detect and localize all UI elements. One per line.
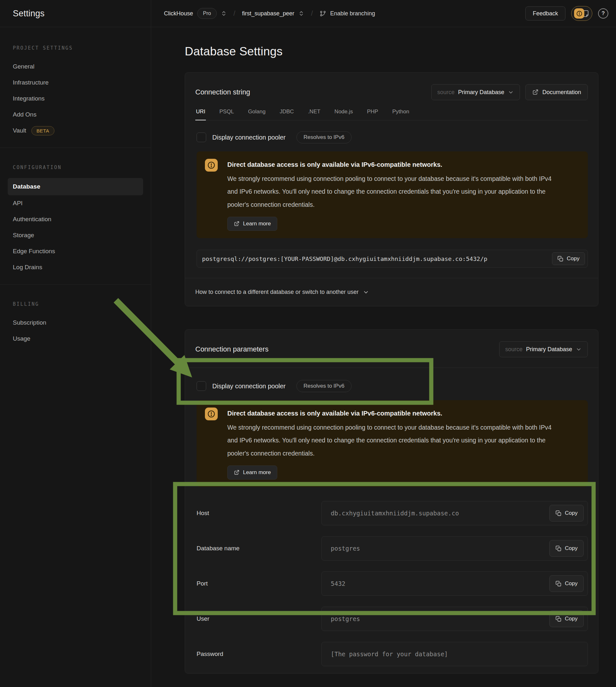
sidebar-item-storage[interactable]: Storage	[0, 227, 151, 243]
tab-python[interactable]: Python	[392, 109, 410, 120]
ipv6-badge: Resolves to IPv6	[296, 131, 352, 143]
source-select[interactable]: source Primary Database	[499, 341, 588, 357]
port-value: 5432	[331, 580, 546, 587]
external-link-icon	[234, 221, 240, 227]
user-field[interactable]: postgres Copy	[322, 607, 588, 631]
sidebar-item-usage[interactable]: Usage	[0, 331, 151, 347]
tab-psql[interactable]: PSQL	[219, 109, 234, 120]
host-row: Host db.cxhygiuitamxhniiddjm.supabase.co…	[197, 501, 588, 525]
database-name-field[interactable]: postgres Copy	[322, 536, 588, 560]
sidebar-header: Settings	[0, 0, 151, 27]
sidebar-item-edge-functions[interactable]: Edge Functions	[0, 243, 151, 259]
documentation-button[interactable]: Documentation	[525, 84, 588, 100]
sidebar-item-subscription[interactable]: Subscription	[0, 315, 151, 331]
enable-branching-button[interactable]: Enable branching	[320, 10, 375, 17]
tab-nodejs[interactable]: Node.js	[334, 109, 354, 120]
database-name-value: postgres	[331, 545, 546, 552]
tab-php[interactable]: PHP	[366, 109, 379, 120]
tab-dotnet[interactable]: .NET	[307, 109, 321, 120]
connection-string-card: Connection string source Primary Databas…	[185, 72, 598, 306]
breadcrumb-project[interactable]: first_supabase_peer	[242, 10, 294, 17]
user-value: postgres	[331, 615, 546, 622]
notifications-button[interactable]	[571, 6, 592, 21]
tab-uri[interactable]: URI	[195, 109, 206, 120]
user-label: User	[197, 615, 322, 622]
tab-jdbc[interactable]: JDBC	[279, 109, 294, 120]
copy-icon	[555, 510, 562, 516]
password-placeholder: [The password for your database]	[331, 650, 584, 658]
host-value: db.cxhygiuitamxhniiddjm.supabase.co	[331, 510, 546, 517]
external-link-icon	[532, 89, 538, 95]
host-label: Host	[197, 510, 322, 517]
learn-more-button[interactable]: Learn more	[227, 465, 277, 480]
settings-sidebar: PROJECT SETTINGS General Infrastructure …	[0, 27, 151, 687]
sidebar-item-database[interactable]: Database	[8, 178, 143, 195]
top-header: Settings ClickHouse Pro / first_supabase…	[0, 0, 616, 27]
plan-badge: Pro	[197, 8, 217, 19]
source-select[interactable]: source Primary Database	[431, 84, 520, 100]
section-heading-configuration: CONFIGURATION	[13, 164, 151, 170]
sidebar-item-integrations[interactable]: Integrations	[0, 91, 151, 107]
connection-string-value: postgresql://postgres:[YOUR-PASSWORD]@db…	[202, 256, 549, 262]
port-field[interactable]: 5432 Copy	[322, 572, 588, 596]
copy-port-button[interactable]: Copy	[549, 575, 584, 592]
git-branch-icon	[320, 10, 326, 17]
warning-icon	[205, 407, 218, 420]
ipv6-warning-alert: Direct database access is only available…	[197, 151, 588, 238]
copy-user-button[interactable]: Copy	[549, 611, 584, 627]
database-name-row: Database name postgres Copy	[197, 536, 588, 560]
display-connection-pooler-checkbox[interactable]	[197, 381, 206, 391]
alert-title: Direct database access is only available…	[227, 159, 562, 169]
enable-branching-label: Enable branching	[330, 10, 375, 17]
password-label: Password	[197, 650, 322, 658]
password-field[interactable]: [The password for your database]	[322, 642, 588, 666]
sidebar-item-add-ons[interactable]: Add Ons	[0, 107, 151, 123]
chevron-down-icon	[508, 89, 514, 95]
connect-help-toggle[interactable]: How to connect to a different database o…	[185, 278, 598, 306]
connection-parameters-title: Connection parameters	[195, 345, 269, 353]
connection-parameters-list: Host db.cxhygiuitamxhniiddjm.supabase.co…	[197, 501, 588, 673]
copy-icon	[555, 581, 562, 587]
sidebar-item-infrastructure[interactable]: Infrastructure	[0, 74, 151, 91]
connection-string-input[interactable]: postgresql://postgres:[YOUR-PASSWORD]@db…	[197, 250, 588, 268]
copy-connection-string-button[interactable]: Copy	[552, 252, 585, 265]
sidebar-item-vault[interactable]: Vault BETA	[0, 123, 151, 139]
connection-string-title: Connection string	[195, 88, 250, 96]
feedback-button[interactable]: Feedback	[525, 6, 566, 21]
alert-title: Direct database access is only available…	[227, 407, 562, 417]
help-button[interactable]: ?	[598, 8, 608, 19]
alert-body: We strongly recommend using connection p…	[227, 421, 562, 460]
project-switcher-icon[interactable]	[299, 10, 304, 16]
copy-database-name-button[interactable]: Copy	[549, 540, 584, 557]
tab-golang[interactable]: Golang	[247, 109, 266, 120]
breadcrumb: ClickHouse Pro / first_supabase_peer / E…	[151, 0, 616, 27]
chevron-down-icon	[363, 289, 369, 295]
sidebar-item-log-drains[interactable]: Log Drains	[0, 259, 151, 275]
learn-more-button[interactable]: Learn more	[227, 217, 277, 231]
beta-badge: BETA	[31, 126, 54, 135]
port-row: Port 5432 Copy	[197, 572, 588, 596]
section-heading-project-settings: PROJECT SETTINGS	[13, 45, 151, 51]
breadcrumb-separator: /	[231, 9, 238, 18]
section-heading-billing: BILLING	[13, 301, 151, 307]
sidebar-item-api[interactable]: API	[0, 195, 151, 211]
connection-parameters-card: Connection parameters source Primary Dat…	[185, 329, 598, 673]
external-link-icon	[234, 470, 240, 475]
copy-icon	[555, 546, 562, 552]
sidebar-item-general[interactable]: General	[0, 59, 151, 74]
warning-notification-icon	[574, 8, 584, 19]
breadcrumb-separator: /	[308, 9, 315, 18]
main-content: Database Settings Connection string sour…	[151, 27, 616, 687]
chevron-down-icon	[576, 347, 582, 352]
org-switcher-icon[interactable]	[221, 10, 227, 16]
sidebar-item-authentication[interactable]: Authentication	[0, 211, 151, 227]
breadcrumb-org[interactable]: ClickHouse	[164, 10, 193, 17]
settings-page: Settings ClickHouse Pro / first_supabase…	[0, 0, 616, 687]
user-row: User postgres Copy	[197, 607, 588, 631]
app-title: Settings	[13, 9, 44, 19]
copy-host-button[interactable]: Copy	[549, 505, 584, 522]
display-connection-pooler-checkbox[interactable]	[197, 133, 206, 142]
host-field[interactable]: db.cxhygiuitamxhniiddjm.supabase.co Copy	[322, 501, 588, 525]
pooler-label: Display connection pooler	[212, 134, 286, 141]
copy-icon	[555, 616, 562, 622]
